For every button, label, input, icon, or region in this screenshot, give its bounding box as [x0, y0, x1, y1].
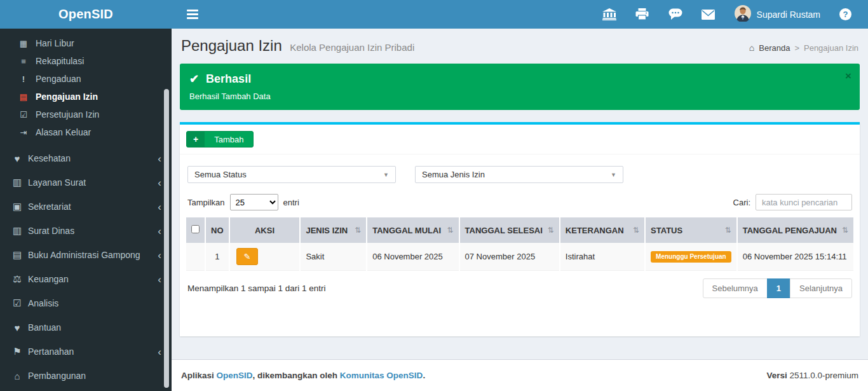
heart-icon: ♥ [10, 322, 24, 333]
sidebar-item-rekapitulasi[interactable]: ≡ Rekapitulasi [0, 52, 172, 70]
sort-icon: ⇅ [725, 226, 731, 235]
book-icon: ▥ [10, 177, 24, 188]
page-title: Pengajuan Izin [181, 37, 282, 54]
chevron-left-icon: ‹ [158, 274, 161, 285]
sidebar-item-pengaduan[interactable]: ! Pengaduan [0, 70, 172, 88]
breadcrumb: ⌂ Beranda > Pengajuan Izin [749, 43, 858, 53]
row-tanggal-mulai: 06 November 2025 [367, 243, 459, 271]
sidebar-item-layanan-surat[interactable]: ▥ Layanan Surat ‹ [0, 170, 172, 195]
help-icon[interactable]: ? [839, 8, 851, 20]
komunitas-opensid-link[interactable]: Komunitas OpenSID [340, 371, 423, 380]
row-aksi-cell: ✎ [229, 243, 301, 271]
check-square-icon: ☑ [17, 110, 30, 120]
edit-button[interactable]: ✎ [236, 248, 259, 265]
sidebar-item-hari-libur[interactable]: ▦ Hari Libur [0, 34, 172, 52]
sidebar-item-pengajuan-izin[interactable]: ▤ Pengajuan Izin [0, 88, 172, 106]
add-button[interactable]: + Tambah [186, 131, 254, 147]
column-tanggal-selesai[interactable]: TANGGAL SELESAI ⇅ [459, 217, 560, 243]
sidebar-item-kesehatan[interactable]: ♥ Kesehatan ‹ [0, 146, 172, 170]
page-length-select[interactable]: 25 [230, 194, 278, 210]
chevron-left-icon: ‹ [158, 226, 161, 237]
jenis-izin-filter-select[interactable]: Semua Jenis Izin ▼ [415, 166, 623, 183]
jenis-izin-filter-value: Semua Jenis Izin [422, 170, 485, 179]
column-tanggal-pengajuan[interactable]: TANGGAL PENGAJUAN ⇅ [737, 217, 853, 243]
table-info: Menampilkan 1 sampai 1 dari 1 entri [187, 284, 326, 293]
sidebar-item-pertanahan[interactable]: ⚑ Pertanahan ‹ [0, 340, 172, 364]
select-all-checkbox[interactable] [191, 225, 200, 233]
sidebar-item-sekretariat[interactable]: ▣ Sekretariat ‹ [0, 195, 172, 219]
previous-page-button[interactable]: Sebelumnya [703, 278, 768, 298]
printer-icon[interactable] [635, 8, 649, 21]
sort-icon: ⇅ [633, 226, 639, 235]
top-navbar: OpenSID Supardi Rustam ? [0, 0, 868, 29]
opensid-link[interactable]: OpenSID [217, 371, 253, 380]
row-status-cell: Menunggu Persetujuan [645, 243, 737, 271]
table-row: 1 ✎ Sakit 06 November 2025 07 November 2… [186, 243, 853, 271]
close-icon[interactable]: × [845, 71, 851, 81]
sidebar-item-bantuan[interactable]: ♥ Bantuan [0, 315, 172, 340]
search-input[interactable] [756, 194, 852, 210]
sort-icon: ⇅ [548, 226, 554, 235]
app-logo[interactable]: OpenSID [0, 0, 172, 29]
calendar-icon: ▦ [17, 39, 30, 48]
mail-icon[interactable] [702, 8, 715, 21]
status-badge: Menunggu Persetujuan [651, 251, 731, 263]
entries-label: entri [283, 198, 299, 207]
chevron-left-icon: ‹ [158, 346, 161, 357]
success-alert: ✔ Berhasil Berhasil Tambah Data × [180, 64, 860, 110]
chevron-left-icon: ‹ [158, 202, 161, 212]
sidebar-item-surat-dinas[interactable]: ▥ Surat Dinas ‹ [0, 219, 172, 243]
status-filter-select[interactable]: Semua Status ▼ [187, 166, 396, 183]
edit-icon: ✎ [244, 252, 251, 261]
row-no: 1 [205, 243, 229, 271]
content-wrapper: Pengajuan Izin Kelola Pengajuan Izin Pri… [172, 0, 868, 391]
sidebar-scrollbar[interactable] [164, 89, 169, 388]
sidebar-item-keuangan[interactable]: ⚖ Keuangan ‹ [0, 267, 172, 291]
sidebar-item-persetujuan-izin[interactable]: ☑ Persetujuan Izin [0, 106, 172, 123]
page-subtitle: Kelola Pengajuan Izin Pribadi [290, 42, 414, 53]
chat-icon[interactable] [668, 8, 682, 21]
page-1-button[interactable]: 1 [767, 278, 790, 298]
book-icon: ▥ [10, 225, 24, 237]
show-entries-label: Tampilkan [187, 198, 225, 207]
row-keterangan: Istirahat [560, 243, 645, 271]
panel: + Tambah Semua Status ▼ Semua Jenis Izin… [180, 122, 860, 336]
sidebar-toggle-icon[interactable] [182, 5, 203, 24]
heartbeat-icon: ♥ [10, 153, 24, 164]
archive-icon: ▣ [10, 201, 24, 212]
sort-icon: ⇅ [842, 226, 848, 235]
bank-icon[interactable] [602, 8, 616, 21]
column-status[interactable]: STATUS ⇅ [645, 217, 737, 243]
sidebar-item-alasan-keluar[interactable]: ⇥ Alasan Keluar [0, 123, 172, 141]
file-text-icon: ▤ [17, 92, 30, 102]
breadcrumb-current: Pengajuan Izin [804, 43, 858, 53]
column-keterangan[interactable]: KETERANGAN ⇅ [560, 217, 645, 243]
list-icon: ≡ [17, 57, 30, 66]
sidebar-item-analisis[interactable]: ☑ Analisis [0, 291, 172, 315]
alert-message: Berhasil Tambah Data [189, 92, 850, 101]
bank-icon: ⌂ [10, 371, 24, 381]
column-jenis-izin[interactable]: JENIS IZIN ⇅ [300, 217, 367, 243]
breadcrumb-home[interactable]: Beranda [759, 43, 790, 53]
footer-credits: Aplikasi OpenSID, dikembangkan oleh Komu… [181, 371, 425, 380]
column-tanggal-mulai[interactable]: TANGGAL MULAI ⇅ [367, 217, 459, 243]
check-square-icon: ☑ [10, 298, 24, 309]
exclamation-icon: ! [17, 74, 30, 84]
sidebar-item-pembangunan[interactable]: ⌂ Pembangunan [0, 364, 172, 388]
status-filter-value: Semua Status [194, 170, 247, 179]
map-sign-icon: ⚑ [10, 346, 24, 357]
search-label: Cari: [733, 198, 750, 207]
balance-scale-icon: ⚖ [10, 273, 24, 285]
chevron-down-icon: ▼ [611, 172, 616, 178]
footer-version: Versi 2511.0.0-premium [766, 371, 858, 380]
navbar: Supardi Rustam ? [172, 0, 868, 29]
table-header-row: NO AKSI JENIS IZIN ⇅ TANGGAL MULAI ⇅ [186, 217, 853, 243]
pagination: Sebelumnya 1 Selanjutnya [703, 278, 852, 298]
sidebar-item-buku-administrasi-gampong[interactable]: ▤ Buku Administrasi Gampong ‹ [0, 243, 172, 267]
row-tanggal-pengajuan: 06 November 2025 15:14:11 [737, 243, 853, 271]
user-menu[interactable]: Supardi Rustam [735, 5, 820, 24]
row-checkbox-cell [186, 243, 205, 271]
chevron-left-icon: ‹ [158, 153, 161, 164]
footer: Aplikasi OpenSID, dikembangkan oleh Komu… [172, 359, 868, 391]
next-page-button[interactable]: Selanjutnya [790, 278, 852, 298]
